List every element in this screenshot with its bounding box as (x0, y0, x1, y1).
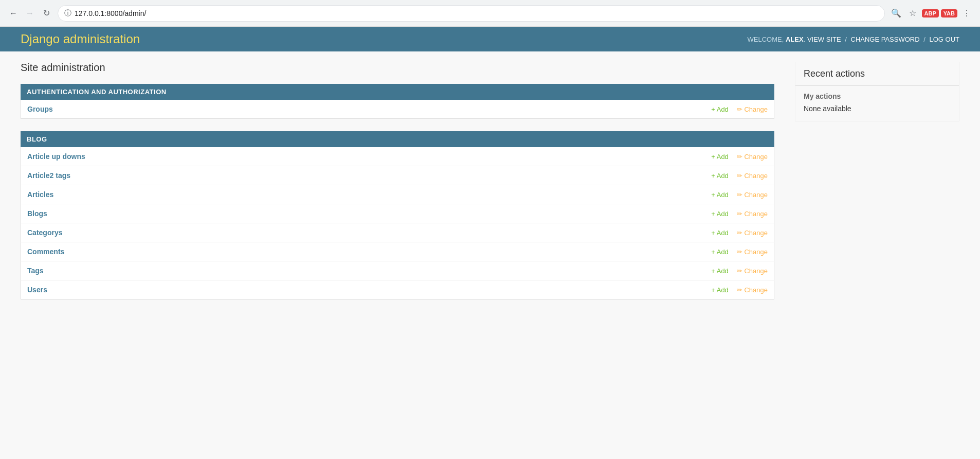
model-name-tags: Tags (27, 267, 711, 275)
change-article2-tags-link[interactable]: ✏ Change (737, 172, 768, 180)
model-name-article2-tags: Article2 tags (27, 171, 711, 180)
back-button[interactable]: ← (6, 6, 21, 21)
table-row: Article2 tags + Add ✏ Change (21, 166, 774, 185)
change-comments-link[interactable]: ✏ Change (737, 248, 768, 256)
change-blogs-link[interactable]: ✏ Change (737, 210, 768, 218)
table-row: Users + Add ✏ Change (21, 280, 774, 299)
main-content: Site administration AUTHENTICATION AND A… (0, 51, 980, 322)
search-icon-button[interactable]: 🔍 (889, 6, 903, 21)
model-name-groups: Groups (27, 105, 711, 113)
model-actions-tags: + Add ✏ Change (711, 267, 768, 275)
admin-header: Django administration WELCOME, ALEX. VIE… (0, 27, 980, 51)
add-blogs-link[interactable]: + Add (711, 210, 729, 218)
welcome-text: WELCOME, (748, 36, 784, 43)
table-row: Blogs + Add ✏ Change (21, 204, 774, 223)
recent-actions-panel: Recent actions My actions None available (795, 62, 959, 121)
model-actions-groups: + Add ✏ Change (711, 105, 768, 113)
forward-button[interactable]: → (23, 6, 37, 21)
yab-extension[interactable]: YAB (941, 9, 957, 17)
logout-link[interactable]: LOG OUT (929, 36, 959, 43)
recent-actions-title: Recent actions (795, 62, 959, 86)
add-articles-link[interactable]: + Add (711, 191, 729, 199)
table-row: Categorys + Add ✏ Change (21, 223, 774, 242)
add-article-up-downs-link[interactable]: + Add (711, 153, 729, 161)
address-bar[interactable]: ⓘ (58, 5, 885, 22)
add-comments-link[interactable]: + Add (711, 248, 729, 256)
change-article-up-downs-link[interactable]: ✏ Change (737, 153, 768, 161)
add-tags-link[interactable]: + Add (711, 267, 729, 275)
left-column: Site administration AUTHENTICATION AND A… (21, 62, 774, 312)
model-name-comments: Comments (27, 248, 711, 256)
model-actions-article2-tags: + Add ✏ Change (711, 172, 768, 180)
change-tags-link[interactable]: ✏ Change (737, 267, 768, 275)
change-password-link[interactable]: CHANGE PASSWORD (851, 36, 920, 43)
star-button[interactable]: ☆ (905, 6, 920, 21)
app-section-auth: AUTHENTICATION AND AUTHORIZATION Groups … (21, 84, 774, 119)
model-actions-comments: + Add ✏ Change (711, 248, 768, 256)
add-groups-link[interactable]: + Add (711, 105, 729, 113)
add-article2-tags-link[interactable]: + Add (711, 172, 729, 180)
model-actions-article-up-downs: + Add ✏ Change (711, 153, 768, 161)
nav-buttons: ← → ↻ (6, 6, 53, 21)
my-actions-label: My actions (795, 86, 959, 102)
change-categorys-link[interactable]: ✏ Change (737, 229, 768, 237)
admin-user-nav: WELCOME, ALEX. VIEW SITE / CHANGE PASSWO… (748, 36, 959, 43)
model-name-blogs: Blogs (27, 209, 711, 218)
model-name-article-up-downs: Article up downs (27, 152, 711, 161)
change-articles-link[interactable]: ✏ Change (737, 191, 768, 199)
table-row: Article up downs + Add ✏ Change (21, 147, 774, 166)
model-actions-articles: + Add ✏ Change (711, 191, 768, 199)
add-users-link[interactable]: + Add (711, 286, 729, 294)
model-actions-users: + Add ✏ Change (711, 286, 768, 294)
none-available-text: None available (795, 102, 959, 121)
abp-extension[interactable]: ABP (922, 9, 939, 17)
admin-title-link[interactable]: Django administration (21, 32, 140, 46)
reload-button[interactable]: ↻ (39, 6, 53, 21)
browser-actions: 🔍 ☆ ABP YAB ⋮ (889, 6, 974, 21)
menu-button[interactable]: ⋮ (959, 6, 974, 21)
page-title: Site administration (21, 62, 774, 74)
table-row: Articles + Add ✏ Change (21, 185, 774, 204)
app-section-blog: BLOG Article up downs + Add ✏ Change Art… (21, 131, 774, 299)
view-site-link[interactable]: VIEW SITE (807, 36, 841, 43)
table-row: Groups + Add ✏ Change (21, 100, 774, 119)
model-actions-categorys: + Add ✏ Change (711, 229, 768, 237)
change-users-link[interactable]: ✏ Change (737, 286, 768, 294)
username: ALEX (786, 36, 804, 43)
table-row: Tags + Add ✏ Change (21, 261, 774, 280)
table-row: Comments + Add ✏ Change (21, 242, 774, 261)
url-input[interactable] (75, 9, 878, 17)
add-categorys-link[interactable]: + Add (711, 229, 729, 237)
model-actions-blogs: + Add ✏ Change (711, 210, 768, 218)
model-name-categorys: Categorys (27, 228, 711, 237)
sep2: / (923, 36, 925, 43)
model-name-users: Users (27, 286, 711, 294)
sep1: / (845, 36, 847, 43)
browser-chrome: ← → ↻ ⓘ 🔍 ☆ ABP YAB ⋮ (0, 0, 980, 27)
model-name-articles: Articles (27, 190, 711, 199)
auth-section-header: AUTHENTICATION AND AUTHORIZATION (21, 84, 774, 100)
info-icon: ⓘ (64, 9, 71, 18)
blog-section-header: BLOG (21, 131, 774, 147)
change-groups-link[interactable]: ✏ Change (737, 105, 768, 113)
